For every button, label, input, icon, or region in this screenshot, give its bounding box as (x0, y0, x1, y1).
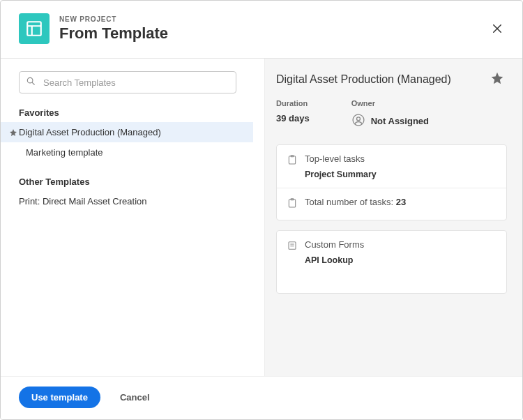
svg-rect-0 (27, 22, 41, 36)
svg-rect-11 (289, 242, 296, 250)
new-project-from-template-dialog: NEW PROJECT From Template Favorites Digi (0, 0, 523, 420)
dialog-body: Favorites Digital Asset Production (Mana… (1, 58, 522, 376)
dialog-title: From Template (59, 24, 487, 43)
owner-value: Not Assigned (371, 116, 429, 126)
dialog-kicker: NEW PROJECT (59, 15, 487, 23)
duration-value: 39 days (276, 113, 310, 123)
top-tasks-label: Top-level tasks (305, 153, 377, 164)
tasks-card: Top-level tasks Project Summary Total nu… (276, 144, 507, 220)
close-button[interactable] (487, 19, 507, 38)
clipboard-icon (287, 197, 298, 211)
template-item[interactable]: Marketing template (1, 142, 253, 163)
dialog-header: NEW PROJECT From Template (1, 1, 522, 58)
detail-meta: Duration 39 days Owner Not Assigned (276, 99, 507, 129)
clipboard-icon (287, 154, 298, 168)
template-detail-panel: Digital Asset Production (Managed) Durat… (264, 59, 522, 376)
template-list-panel: Favorites Digital Asset Production (Mana… (1, 59, 264, 376)
template-item-label: Print: Direct Mail Asset Creation (12, 196, 147, 207)
template-logo (19, 13, 50, 44)
template-item[interactable]: Digital Asset Production (Managed) (1, 122, 253, 142)
favorite-toggle[interactable] (490, 71, 504, 88)
duration-label: Duration (276, 99, 310, 107)
use-template-button[interactable]: Use template (19, 387, 100, 408)
search-wrapper (19, 71, 253, 93)
close-icon (491, 22, 503, 35)
custom-forms-label: Custom Forms (305, 239, 364, 250)
total-tasks-value: 23 (396, 197, 406, 207)
template-icon (25, 20, 43, 38)
other-templates-heading: Other Templates (19, 177, 253, 187)
star-icon (8, 128, 19, 137)
template-item-label: Digital Asset Production (Managed) (19, 127, 161, 137)
custom-forms-value: API Lookup (305, 255, 364, 265)
svg-rect-9 (289, 200, 295, 207)
svg-point-6 (356, 117, 360, 121)
owner-label: Owner (351, 99, 429, 107)
forms-card: Custom Forms API Lookup (276, 230, 507, 294)
form-icon (287, 240, 298, 254)
favorites-heading: Favorites (19, 107, 253, 118)
svg-rect-7 (289, 156, 295, 164)
detail-title: Digital Asset Production (Managed) (276, 73, 451, 86)
favorites-list: Digital Asset Production (Managed) Marke… (1, 122, 253, 163)
user-icon (351, 113, 365, 129)
other-templates-list: Print: Direct Mail Asset Creation (1, 191, 253, 211)
cancel-button[interactable]: Cancel (120, 392, 150, 403)
search-icon (26, 76, 36, 89)
star-icon (490, 71, 504, 85)
template-item-label: Marketing template (19, 147, 103, 158)
top-tasks-value: Project Summary (305, 170, 377, 179)
template-item[interactable]: Print: Direct Mail Asset Creation (1, 191, 253, 211)
dialog-footer: Use template Cancel (1, 376, 522, 419)
svg-line-4 (32, 82, 34, 84)
total-tasks: Total number of tasks: 23 (305, 197, 406, 207)
search-input[interactable] (19, 71, 236, 93)
total-tasks-label: Total number of tasks: (305, 197, 396, 207)
